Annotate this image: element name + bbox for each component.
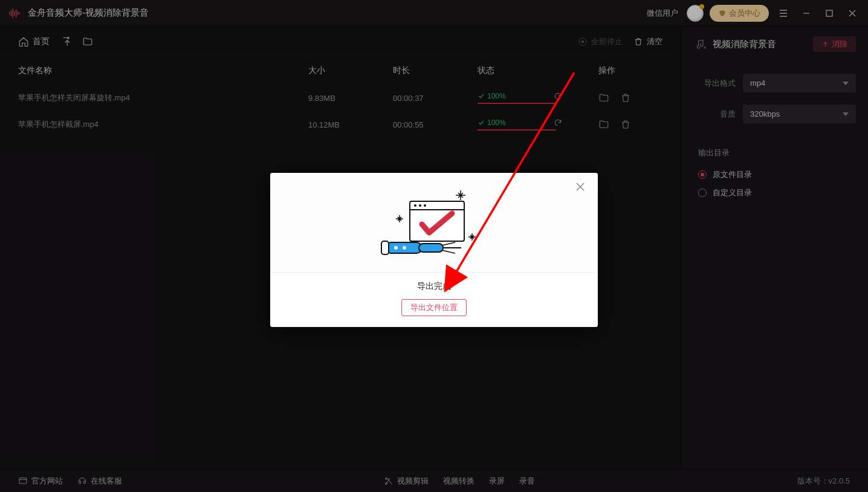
svg-point-9 bbox=[419, 204, 421, 207]
modal-overlay: 导出完成 导出文件位置 bbox=[0, 0, 868, 492]
svg-line-15 bbox=[442, 242, 455, 245]
svg-rect-12 bbox=[381, 241, 389, 254]
open-export-location-button[interactable]: 导出文件位置 bbox=[401, 299, 467, 316]
svg-line-16 bbox=[442, 250, 455, 253]
svg-point-8 bbox=[414, 204, 416, 207]
svg-point-18 bbox=[403, 246, 406, 250]
modal-close-button[interactable] bbox=[575, 181, 587, 193]
svg-rect-13 bbox=[419, 244, 443, 252]
svg-point-17 bbox=[394, 246, 398, 250]
modal-illustration bbox=[270, 173, 598, 272]
export-complete-modal: 导出完成 导出文件位置 bbox=[270, 173, 598, 327]
svg-point-10 bbox=[424, 204, 426, 207]
modal-message: 导出完成 bbox=[270, 281, 598, 292]
svg-rect-6 bbox=[410, 201, 464, 241]
